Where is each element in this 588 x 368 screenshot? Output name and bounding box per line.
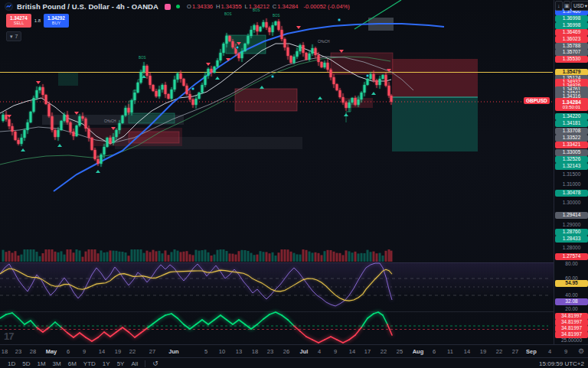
price-label: 1.36998 [555,22,588,29]
buy-price: 1.34292 [47,16,65,21]
price-label: 1.27574 [555,253,588,260]
time-tick: 14 [464,348,470,355]
time-tick: 27 [149,348,155,355]
range-button-1y[interactable]: 1Y [103,360,110,367]
price-label: 1.29000 [555,222,588,229]
entry-dot [366,74,369,77]
price-label: 1.28433 [555,236,588,243]
tradingview-logo-icon[interactable] [5,2,13,11]
time-tick: Jun [168,348,178,355]
structure-label: BOS [224,12,232,16]
time-tick: 17 [364,348,371,355]
arrow-down-icon[interactable]: ↓ [555,1,563,11]
time-tick: 6 [67,348,70,355]
price-label: 1.34181 [555,120,588,127]
range-button-all[interactable]: All [131,360,138,367]
osc-line-red [37,324,392,343]
ohlc-values: O1.34336H1.34355L1.34212C1.34284 [187,3,298,10]
time-tick: 14 [349,348,355,355]
chart-canvas[interactable]: BOSBOSBOSBOSCHoCHCHoCH [0,0,554,344]
time-tick: 14 [99,348,105,355]
price-label: 1.33522 [555,135,588,142]
ohlc-value: 1.34336 [192,3,213,10]
time-tick: 5 [204,348,207,355]
indicators-collapsed-chip[interactable]: ▾ 7 [6,31,21,41]
buy-sell-widget: 1.34274 SELL 1.8 1.34292 BUY [6,14,69,28]
range-button-6m[interactable]: 6M [68,360,77,367]
price-label: 1.28760 [555,229,588,236]
time-tick: 4 [548,348,551,355]
ohlc-value: 1.34284 [277,3,298,10]
ohlc-value: 1.34355 [220,3,241,10]
chevron-down-icon: ▾ [10,34,13,40]
entry-dot [236,46,239,49]
time-tick: 10 [219,348,225,355]
price-label: 1.28000 [555,245,588,252]
time-tick: 22 [381,348,387,355]
price-label: 1.36023 [555,36,588,43]
symbol-title[interactable]: British Pound / U.S. Dollar - 4h - OANDA [17,2,158,11]
gear-icon[interactable]: ⚙ [578,347,584,355]
time-tick: 26 [283,348,289,355]
chevron-down-icon: ▾ [585,3,587,9]
time-tick: May [46,348,57,355]
time-tick: Jul [300,348,309,355]
zone-boxes [42,18,478,151]
symbol-price-tag: GBPUSD [524,97,550,104]
tradingview-watermark: 17 [4,331,13,342]
buy-button[interactable]: 1.34292 BUY [44,14,69,28]
bottom-toolbar: 1D5D1M3M6MYTD1Y5YAll↺ 15:09:59 UTC+2 [0,357,588,368]
main-chart[interactable]: BOSBOSBOSBOSCHoCHCHoCH British Pound / U… [0,0,554,344]
time-tick: 23 [267,348,273,355]
price-label: 1.29414 [555,212,588,219]
structure-label: BOS [273,14,280,18]
price-label: 25.00000 [555,337,588,344]
range-button-1d[interactable]: 1D [8,360,15,367]
bar-replay-icon[interactable]: ↺ [152,360,158,367]
spread-value: 1.8 [31,18,44,23]
ohlc-key: O [187,3,191,10]
range-button-5d[interactable]: 5D [22,360,30,367]
zone-box[interactable] [331,53,393,74]
time-tick: 28 [30,348,36,355]
time-tick: 11 [447,348,453,355]
currency-dropdown[interactable]: USD ▾ [571,1,588,11]
range-button-5y[interactable]: 5Y [117,360,125,367]
clock-readout[interactable]: 15:09:59 UTC+2 [539,360,584,367]
time-axis[interactable]: 182328May6914192227Jun51013182326Jul4914… [0,344,588,358]
time-tick: 19 [115,348,121,355]
divider [145,360,145,367]
price-label: 1.30000 [555,200,588,207]
change-value: -0.00052 (-0.04%) [303,3,349,10]
price-label: 80.00 [555,261,588,268]
tradingview-app: BOSBOSBOSBOSCHoCHCHoCH British Pound / U… [0,0,588,368]
sell-button[interactable]: 1.34274 SELL [6,14,31,28]
price-label: 54.95 [555,280,588,287]
zone-box[interactable] [235,89,297,111]
structure-label: BOS [139,56,146,60]
bar-countdown: 03:50:01 [563,105,580,109]
flag-icon[interactable] [165,4,171,10]
price-label: 1.35707 [555,49,588,56]
time-tick: 4 [318,348,321,355]
market-status-icon[interactable] [176,5,180,8]
zone-box[interactable] [392,97,478,151]
range-button-1m[interactable]: 1M [37,360,45,367]
time-tick: 25 [397,348,403,355]
range-button-ytd[interactable]: YTD [83,360,96,367]
time-tick: Sep [526,348,537,355]
price-axis-toolbar: ↓ ▣ USD ▾ [554,1,588,11]
price-label: 1.35530 [555,56,588,63]
time-tick: 18 [2,348,8,355]
osc-line-green [0,312,387,329]
zone-box[interactable] [392,59,478,97]
time-tick: 22 [129,348,136,355]
price-axis[interactable]: ↓ ▣ USD ▾ 1.374601.369981.369981.364691.… [554,0,588,344]
zone-box[interactable] [58,73,78,86]
time-tick: 9 [83,348,86,355]
structure-label: CHoCH [318,40,330,44]
overlap-frames-icon[interactable]: ▣ [564,1,571,11]
ohlc-key: H [216,3,220,10]
range-button-3m[interactable]: 3M [53,360,61,367]
price-label: 1.32143 [555,163,588,170]
